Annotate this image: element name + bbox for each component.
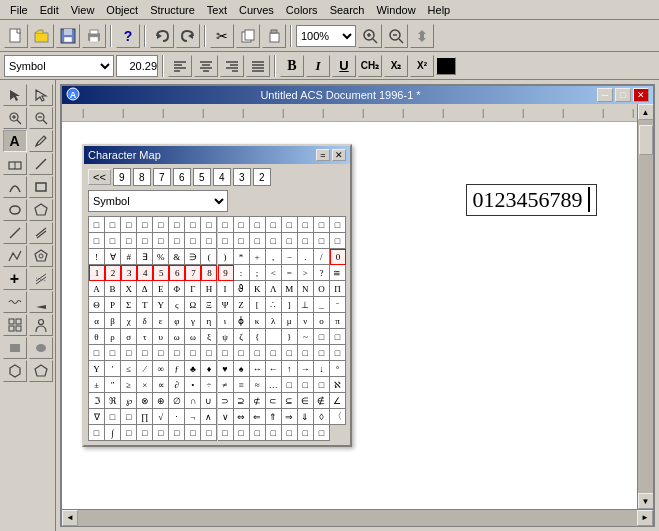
menu-colors[interactable]: Colors <box>280 2 324 18</box>
char-nav-cell-1[interactable]: 8 <box>133 168 151 186</box>
char-cell-8-8[interactable]: □ <box>201 345 217 361</box>
scroll-right-button[interactable]: ► <box>637 510 653 526</box>
char-cell-7-14[interactable]: ~ <box>298 329 314 345</box>
char-cell-10-8[interactable]: ÷ <box>201 377 217 393</box>
char-cell-7-10[interactable]: ζ <box>234 329 250 345</box>
char-cell-0-9[interactable]: □ <box>234 217 250 233</box>
char-cell-2-14[interactable]: / <box>314 249 330 265</box>
char-nav-cell-5[interactable]: 4 <box>213 168 231 186</box>
align-left-button[interactable] <box>168 55 192 77</box>
tool-pentagon[interactable] <box>29 360 53 382</box>
char-cell-10-3[interactable]: ≥ <box>121 377 137 393</box>
char-cell-10-11[interactable]: ≈ <box>250 377 266 393</box>
tool-zoom-in[interactable] <box>3 107 27 129</box>
char-cell-2-9[interactable]: * <box>234 249 250 265</box>
char-cell-3-5[interactable]: 5 <box>153 265 169 281</box>
char-cell-5-2[interactable]: Ρ <box>105 297 121 313</box>
char-cell-9-13[interactable]: ↑ <box>282 361 298 377</box>
char-cell-4-11[interactable]: Κ <box>250 281 266 297</box>
zoom-out-button[interactable] <box>384 24 408 48</box>
char-cell-5-3[interactable]: Σ <box>121 297 137 313</box>
fill-button[interactable] <box>436 57 456 75</box>
char-cell-6-15[interactable]: ο <box>314 313 330 329</box>
tool-pencil[interactable] <box>29 130 53 152</box>
char-cell-13-11[interactable]: □ <box>250 425 266 441</box>
char-cell-10-15[interactable]: □ <box>314 377 330 393</box>
char-cell-11-6[interactable]: ∅ <box>169 393 185 409</box>
char-cell-10-12[interactable]: … <box>266 377 282 393</box>
char-cell-11-14[interactable]: ∈ <box>298 393 314 409</box>
char-cell-2-12[interactable]: − <box>282 249 298 265</box>
tool-grid[interactable] <box>3 314 27 336</box>
char-cell-13-1[interactable]: □ <box>89 425 105 441</box>
char-nav-cell-2[interactable]: 7 <box>153 168 171 186</box>
char-cell-1-5[interactable]: □ <box>169 233 185 249</box>
underline-button[interactable]: U <box>332 55 356 77</box>
tool-hexagon[interactable] <box>3 360 27 382</box>
justify-button[interactable] <box>246 55 270 77</box>
char-cell-1-3[interactable]: □ <box>137 233 153 249</box>
open-button[interactable] <box>30 24 54 48</box>
char-cell-9-14[interactable]: → <box>298 361 314 377</box>
char-cell-3-15[interactable]: ? <box>314 265 330 281</box>
char-cell-0-8[interactable]: □ <box>218 217 234 233</box>
char-cell-1-1[interactable]: □ <box>105 233 121 249</box>
char-cell-2-10[interactable]: + <box>250 249 266 265</box>
char-cell-1-12[interactable]: □ <box>282 233 298 249</box>
char-cell-3-8[interactable]: 8 <box>201 265 217 281</box>
char-cell-4-1[interactable]: Α <box>89 281 105 297</box>
redo-button[interactable] <box>176 24 200 48</box>
char-cell-1-7[interactable]: □ <box>201 233 217 249</box>
char-cell-7-15[interactable]: □ <box>314 329 330 345</box>
char-cell-9-1[interactable]: Υ <box>89 361 105 377</box>
char-cell-4-15[interactable]: Ο <box>314 281 330 297</box>
char-cell-13-6[interactable]: □ <box>169 425 185 441</box>
char-cell-13-7[interactable]: □ <box>185 425 201 441</box>
char-cell-7-4[interactable]: τ <box>137 329 153 345</box>
char-cell-5-15[interactable]: _ <box>314 297 330 313</box>
char-cell-12-12[interactable]: ⇑ <box>266 409 282 425</box>
char-cell-2-0[interactable]: ! <box>89 249 105 265</box>
char-nav-cell-7[interactable]: 2 <box>253 168 271 186</box>
char-cell-12-3[interactable]: □ <box>121 409 137 425</box>
char-cell-4-12[interactable]: Λ <box>266 281 282 297</box>
char-cell-7-11[interactable]: { <box>250 329 266 345</box>
char-cell-0-0[interactable]: □ <box>89 217 105 233</box>
menu-view[interactable]: View <box>65 2 101 18</box>
char-cell-12-9[interactable]: ∨ <box>218 409 234 425</box>
char-cell-2-3[interactable]: ∃ <box>137 249 153 265</box>
char-cell-1-8[interactable]: □ <box>218 233 234 249</box>
char-cell-12-13[interactable]: ⇒ <box>282 409 298 425</box>
char-cell-13-8[interactable]: □ <box>201 425 217 441</box>
char-cell-7-1[interactable]: θ <box>89 329 105 345</box>
char-nav-cell-4[interactable]: 5 <box>193 168 211 186</box>
char-cell-5-7[interactable]: Ω <box>185 297 201 313</box>
character-map-font-select[interactable]: Symbol <box>88 190 228 212</box>
char-cell-11-8[interactable]: ∪ <box>201 393 217 409</box>
char-cell-5-6[interactable]: ς <box>169 297 185 313</box>
char-cell-6-0[interactable]: ˉ <box>330 297 346 313</box>
char-cell-6-7[interactable]: γ <box>185 313 201 329</box>
menu-file[interactable]: File <box>4 2 34 18</box>
char-cell-2-1[interactable]: ∀ <box>105 249 121 265</box>
char-cell-12-14[interactable]: ⇓ <box>298 409 314 425</box>
char-cell-6-8[interactable]: η <box>201 313 217 329</box>
char-cell-7-9[interactable]: ψ <box>218 329 234 345</box>
char-cell-9-8[interactable]: ♦ <box>201 361 217 377</box>
char-cell-7-7[interactable]: ω <box>185 329 201 345</box>
font-size-input[interactable] <box>116 55 158 77</box>
tool-rect[interactable] <box>29 176 53 198</box>
char-cell-9-4[interactable]: ⁄ <box>137 361 153 377</box>
char-cell-12-11[interactable]: ⇐ <box>250 409 266 425</box>
cut-button[interactable]: ✂ <box>210 24 234 48</box>
char-cell-12-5[interactable]: √ <box>153 409 169 425</box>
char-cell-11-11[interactable]: ⊄ <box>250 393 266 409</box>
char-cell-11-12[interactable]: ⊂ <box>266 393 282 409</box>
char-cell-5-14[interactable]: ⊥ <box>298 297 314 313</box>
char-cell-9-15[interactable]: ↓ <box>314 361 330 377</box>
char-cell-6-12[interactable]: λ <box>266 313 282 329</box>
tool-ellipse2[interactable] <box>29 337 53 359</box>
char-cell-0-5[interactable]: □ <box>169 217 185 233</box>
char-cell-8-14[interactable]: □ <box>298 345 314 361</box>
char-cell-13-4[interactable]: □ <box>137 425 153 441</box>
